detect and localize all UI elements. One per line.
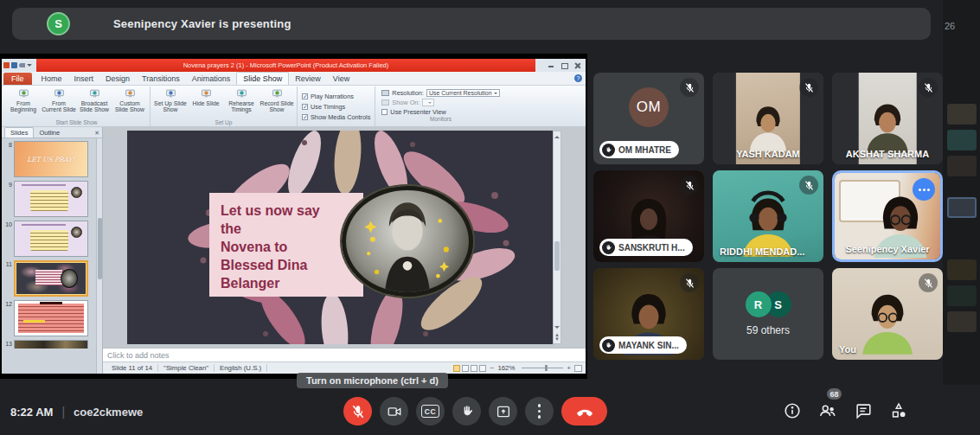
meet-window: S Seenipency Xavier is presenting Novena…: [0, 0, 980, 435]
tab-outline[interactable]: Outline: [34, 128, 65, 138]
mic-off-icon: [680, 78, 699, 97]
slide-sorter-view-icon[interactable]: [462, 365, 469, 372]
rehearse-timings-button[interactable]: Rehearse Timings: [224, 87, 259, 119]
participant-count-badge: 68: [827, 388, 842, 400]
present-button[interactable]: [489, 397, 517, 425]
end-call-icon: [575, 402, 594, 421]
tile-om-mhatre[interactable]: OM OM MHATRE: [593, 73, 704, 164]
slide-thumbnail-9[interactable]: 9: [3, 181, 100, 217]
help-icon[interactable]: ?: [574, 74, 582, 82]
current-slide: Let us now say the Novena to Blessed Din…: [127, 131, 553, 344]
mic-off-icon: [680, 176, 699, 195]
reading-view-icon[interactable]: [471, 365, 477, 372]
activities-button[interactable]: [889, 401, 908, 420]
tile-options-icon[interactable]: [913, 178, 935, 201]
use-presenter-view-checkbox[interactable]: ✓ Use Presenter View: [381, 108, 499, 116]
tab-home[interactable]: Home: [35, 73, 68, 85]
tile-you[interactable]: You: [832, 268, 943, 360]
more-options-button[interactable]: [525, 397, 554, 425]
microphone-button[interactable]: [343, 397, 372, 425]
from-current-slide-button[interactable]: From Current Slide: [42, 87, 76, 119]
meeting-code: coe2ckmewe: [74, 406, 143, 419]
participant-name-pill: MAYANK SIN...: [599, 336, 687, 354]
tab-animations[interactable]: Animations: [186, 73, 237, 85]
set-up-slide-show-button[interactable]: Set Up Slide Show: [153, 87, 188, 119]
zoom-in-icon[interactable]: +: [567, 364, 571, 372]
from-beginning-button[interactable]: From Beginning: [6, 87, 41, 119]
resolution-dropdown[interactable]: Use Current Resolution: [426, 89, 500, 97]
custom-slide-show-button[interactable]: Custom Slide Show: [112, 87, 147, 119]
captions-button[interactable]: CC: [416, 397, 445, 425]
show-on-dropdown[interactable]: [422, 99, 434, 106]
shared-screen[interactable]: Novena prayers 2 (1) - Microsoft PowerPo…: [0, 54, 587, 379]
tab-file[interactable]: File: [3, 73, 32, 85]
qat-dropdown-icon[interactable]: [27, 64, 32, 69]
slide-canvas[interactable]: Let us now say the Novena to Blessed Din…: [103, 127, 586, 348]
slideshow-view-icon[interactable]: [479, 365, 486, 372]
presenting-banner-text: Seenipency Xavier is presenting: [113, 17, 291, 30]
tile-seenipency-xavier[interactable]: Seenipency Xavier: [832, 170, 943, 262]
tile-mayank[interactable]: MAYANK SIN...: [593, 268, 704, 360]
close-icon[interactable]: [573, 62, 581, 69]
participant-name: You: [839, 344, 856, 355]
record-slide-show-button[interactable]: Record Slide Show: [259, 87, 294, 119]
tab-transitions[interactable]: Transitions: [136, 73, 186, 85]
zoom-slider[interactable]: [522, 368, 563, 368]
minimize-icon[interactable]: [548, 62, 555, 69]
tab-slides[interactable]: Slides: [4, 127, 34, 138]
ppt-title-bar: Novena prayers 2 (1) - Microsoft PowerPo…: [2, 59, 586, 72]
slide-scrollbar[interactable]: ▲▼: [553, 131, 561, 344]
zoom-out-icon[interactable]: −: [490, 364, 495, 372]
slide-thumbnail-13[interactable]: 13: [3, 340, 100, 349]
hide-slide-button[interactable]: Hide Slide: [189, 87, 223, 119]
tab-slide-show[interactable]: Slide Show: [236, 72, 289, 85]
notes-pane[interactable]: Click to add notes: [103, 348, 586, 361]
show-media-controls-checkbox[interactable]: ✓Show Media Controls: [302, 113, 370, 121]
maximize-icon[interactable]: [560, 62, 568, 69]
presenting-banner: S Seenipency Xavier is presenting: [12, 8, 931, 40]
ribbon: From Beginning From Current Slide Broadc…: [2, 86, 586, 127]
quick-access-toolbar[interactable]: [2, 59, 36, 72]
divider: |: [61, 405, 65, 419]
leave-call-button[interactable]: [561, 397, 607, 425]
tab-review[interactable]: Review: [289, 73, 327, 85]
show-everyone-button[interactable]: [818, 401, 837, 420]
close-panel-icon[interactable]: ✕: [94, 130, 99, 137]
clock: 8:22 AM: [10, 406, 53, 419]
tile-riddhi[interactable]: RIDDHI MENDAD...: [713, 170, 823, 262]
slide-thumbnail-8[interactable]: 8 LET US PRAY!: [3, 141, 100, 177]
presenter-avatar: S: [47, 12, 70, 35]
fit-to-window-icon[interactable]: [574, 365, 582, 372]
others-count-label: 59 others: [746, 324, 790, 336]
raise-hand-button[interactable]: [452, 397, 481, 425]
save-icon[interactable]: [11, 62, 17, 68]
tab-view[interactable]: View: [327, 73, 355, 85]
undo-icon[interactable]: [19, 63, 25, 67]
next-slide-buttons[interactable]: ▲▼: [554, 333, 560, 342]
tile-sanskruti[interactable]: SANSKRUTI H...: [593, 170, 704, 262]
tile-others-overflow[interactable]: R S 59 others: [713, 268, 823, 360]
tile-yash-kadam[interactable]: YASH KADAM: [713, 73, 823, 164]
panel-scrollbar[interactable]: [96, 138, 102, 374]
participant-name: YASH KADAM: [736, 149, 800, 159]
slide-thumbnail-11-selected[interactable]: 11: [3, 260, 100, 297]
slides-panel: Slides Outline ✕ 8 LET US PRAY! 9: [2, 127, 103, 374]
play-narrations-checkbox[interactable]: ✓Play Narrations: [302, 93, 370, 100]
tile-akshat-sharma[interactable]: AKSHAT SHARMA: [832, 73, 943, 164]
tab-design[interactable]: Design: [99, 73, 136, 85]
slide-thumbnail-10[interactable]: 10: [3, 221, 100, 257]
meeting-details-button[interactable]: [783, 401, 802, 420]
normal-view-icon[interactable]: [453, 365, 460, 372]
camera-button[interactable]: [380, 397, 408, 425]
use-timings-checkbox[interactable]: ✓Use Timings: [302, 103, 370, 111]
participant-name: OM MHATRE: [618, 145, 671, 155]
powerpoint-window: Novena prayers 2 (1) - Microsoft PowerPo…: [2, 59, 586, 374]
broadcast-slide-show-button[interactable]: Broadcast Slide Show: [77, 87, 112, 119]
chat-button[interactable]: [854, 401, 873, 420]
participant-name: Seenipency Xavier: [845, 244, 929, 254]
participants-grid: OM OM MHATRE: [593, 73, 943, 360]
mic-off-icon: [799, 176, 818, 195]
slide-thumbnail-12[interactable]: 12: [3, 300, 100, 336]
mic-tooltip: Turn on microphone (ctrl + d): [297, 373, 448, 388]
tab-insert[interactable]: Insert: [68, 73, 100, 85]
